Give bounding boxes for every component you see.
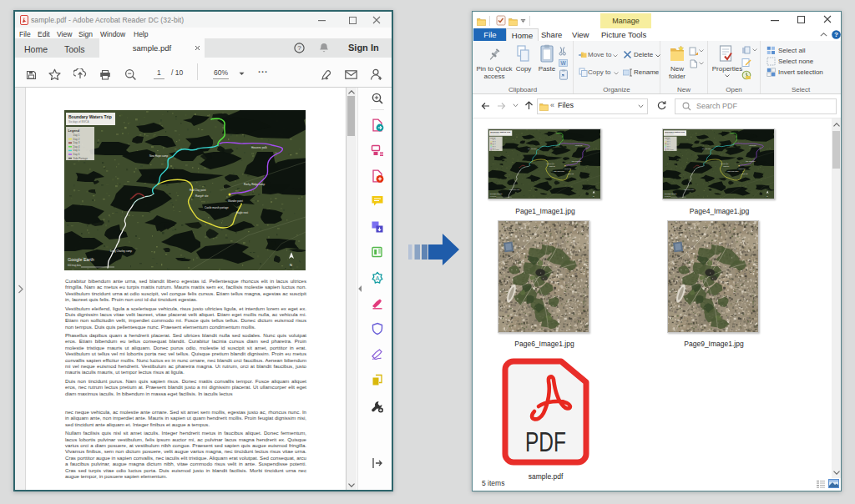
svg-text:?: ? xyxy=(297,44,301,52)
svg-text:PDF: PDF xyxy=(525,426,566,457)
svg-text:A: A xyxy=(376,275,380,281)
svg-text:W: W xyxy=(560,60,566,66)
svg-text:?: ? xyxy=(834,31,838,38)
